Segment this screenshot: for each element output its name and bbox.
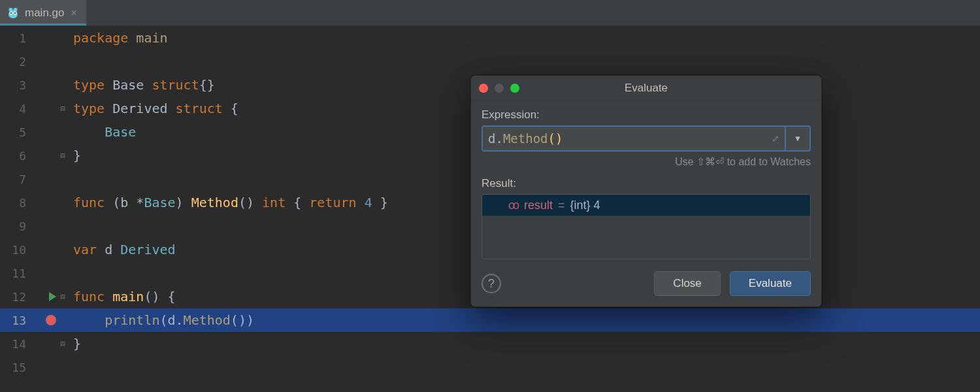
- line-number: 5: [0, 125, 33, 139]
- evaluate-button[interactable]: Evaluate: [730, 271, 811, 296]
- window-minimize-icon[interactable]: [495, 84, 504, 93]
- window-close-icon[interactable]: [479, 84, 488, 93]
- svg-point-6: [14, 12, 16, 14]
- line-number: 11: [0, 267, 33, 280]
- help-icon: ?: [488, 277, 495, 291]
- breakpoint-icon[interactable]: [46, 315, 56, 325]
- file-tab-label: main.go: [25, 7, 64, 20]
- result-tree[interactable]: oo result = {int} 4: [482, 194, 811, 259]
- line-number: 14: [0, 337, 33, 351]
- fold-open-icon[interactable]: ⊟: [59, 105, 67, 112]
- line-number: 13: [0, 314, 33, 327]
- line-number: 6: [0, 149, 33, 163]
- line-number: 2: [0, 55, 33, 69]
- fold-close-icon[interactable]: ⊟: [59, 340, 67, 348]
- line-number: 10: [0, 243, 33, 257]
- run-gutter-icon[interactable]: [49, 292, 56, 301]
- line-number: 9: [0, 220, 33, 233]
- help-button[interactable]: ?: [482, 274, 501, 293]
- line-number: 4: [0, 102, 33, 116]
- line-number: 15: [0, 361, 33, 374]
- watch-icon: oo: [508, 199, 517, 212]
- current-execution-line: 13 println(d.Method()): [0, 308, 980, 332]
- window-zoom-icon[interactable]: [510, 84, 519, 93]
- svg-point-0: [8, 10, 18, 18]
- svg-point-1: [9, 8, 13, 12]
- close-tab-icon[interactable]: ×: [69, 7, 78, 19]
- expression-input[interactable]: d.Method() ⤢: [482, 125, 786, 152]
- dialog-titlebar[interactable]: Evaluate: [471, 76, 821, 101]
- chevron-down-icon: ▼: [794, 134, 802, 143]
- line-number: 7: [0, 172, 33, 186]
- line-number: 12: [0, 290, 33, 304]
- fold-open-icon[interactable]: ⊟: [59, 293, 67, 301]
- line-number: 3: [0, 78, 33, 92]
- tab-bar: main.go ×: [0, 0, 980, 26]
- line-number: 1: [0, 31, 33, 45]
- close-button[interactable]: Close: [654, 271, 720, 296]
- expression-history-dropdown[interactable]: ▼: [786, 125, 811, 152]
- file-tab-main-go[interactable]: main.go ×: [0, 0, 86, 25]
- line-number: 8: [0, 196, 33, 210]
- expand-expression-icon[interactable]: ⤢: [772, 133, 779, 144]
- svg-point-2: [14, 8, 18, 12]
- svg-point-5: [10, 12, 12, 14]
- evaluate-dialog: Evaluate Expression: d.Method() ⤢ ▼ Use …: [470, 75, 822, 307]
- result-name: result: [524, 199, 553, 212]
- result-row[interactable]: oo result = {int} 4: [482, 195, 810, 216]
- watches-hint: Use ⇧⌘⏎ to add to Watches: [482, 155, 811, 168]
- dialog-title: Evaluate: [471, 82, 821, 95]
- result-value: {int} 4: [570, 199, 600, 212]
- go-file-icon: [7, 7, 20, 20]
- expression-label: Expression:: [482, 108, 811, 122]
- fold-close-icon[interactable]: ⊟: [59, 152, 67, 159]
- result-label: Result:: [482, 177, 811, 190]
